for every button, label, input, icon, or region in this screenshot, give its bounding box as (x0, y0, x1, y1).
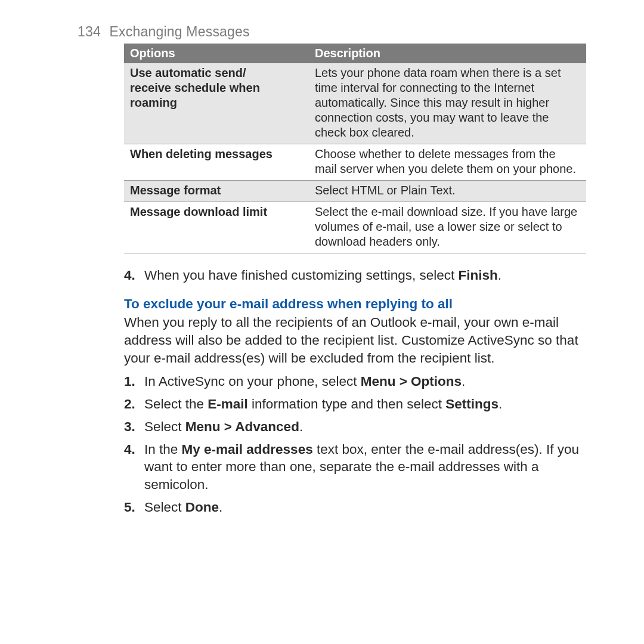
step-number: 3. (124, 418, 135, 436)
step-number: 4. (124, 267, 135, 284)
list-item: 4. When you have finished customizing se… (124, 267, 586, 284)
option-cell: When deleting messages (124, 144, 309, 181)
table-row: When deleting messagesChoose whether to … (124, 144, 586, 181)
list-item: 3.Select Menu > Advanced. (124, 418, 586, 436)
table-body: Use automatic send/receive schedule when… (124, 63, 586, 253)
step-text: In ActiveSync on your phone, select Menu… (144, 374, 465, 389)
section-intro: When you reply to all the recipients of … (124, 314, 586, 367)
exclude-steps-list: 1.In ActiveSync on your phone, select Me… (124, 373, 586, 516)
step-text: When you have finished customizing setti… (144, 268, 501, 283)
table-row: Message download limitSelect the e-mail … (124, 202, 586, 253)
page-number: 134 (78, 24, 101, 39)
step-text: In the My e-mail addresses text box, ent… (144, 442, 579, 492)
option-cell: Message download limit (124, 202, 309, 253)
options-table: Options Description Use automatic send/r… (124, 44, 586, 253)
option-cell: Use automatic send/receive schedule when… (124, 63, 309, 144)
description-cell: Lets your phone data roam when there is … (309, 63, 586, 144)
step-text: Select Done. (144, 500, 222, 515)
col-header-description: Description (309, 44, 586, 63)
page-header: 134 Exchanging Messages (78, 24, 587, 40)
list-item: 2.Select the E-mail information type and… (124, 395, 586, 413)
col-header-options: Options (124, 44, 309, 63)
page: 134 Exchanging Messages Options Descript… (0, 0, 644, 644)
list-item: 5.Select Done. (124, 499, 586, 516)
description-cell: Select HTML or Plain Text. (309, 181, 586, 202)
body-content: 4. When you have finished customizing se… (124, 267, 586, 516)
step-text: Select the E-mail information type and t… (144, 397, 502, 411)
list-item: 1.In ActiveSync on your phone, select Me… (124, 373, 586, 391)
step-number: 1. (124, 373, 135, 391)
step-text: Select Menu > Advanced. (144, 419, 303, 434)
step-number: 2. (124, 395, 135, 413)
list-item: 4.In the My e-mail addresses text box, e… (124, 441, 586, 494)
table-row: Message formatSelect HTML or Plain Text. (124, 181, 586, 202)
section-heading: To exclude your e-mail address when repl… (124, 295, 586, 313)
table-row: Use automatic send/receive schedule when… (124, 63, 586, 144)
description-cell: Choose whether to delete messages from t… (309, 144, 586, 181)
description-cell: Select the e-mail download size. If you … (309, 202, 586, 253)
step-number: 5. (124, 499, 135, 516)
finish-step-list: 4. When you have finished customizing se… (124, 267, 586, 284)
page-title: Exchanging Messages (110, 24, 250, 39)
step-number: 4. (124, 441, 135, 459)
option-cell: Message format (124, 181, 309, 202)
table-header-row: Options Description (124, 44, 586, 63)
